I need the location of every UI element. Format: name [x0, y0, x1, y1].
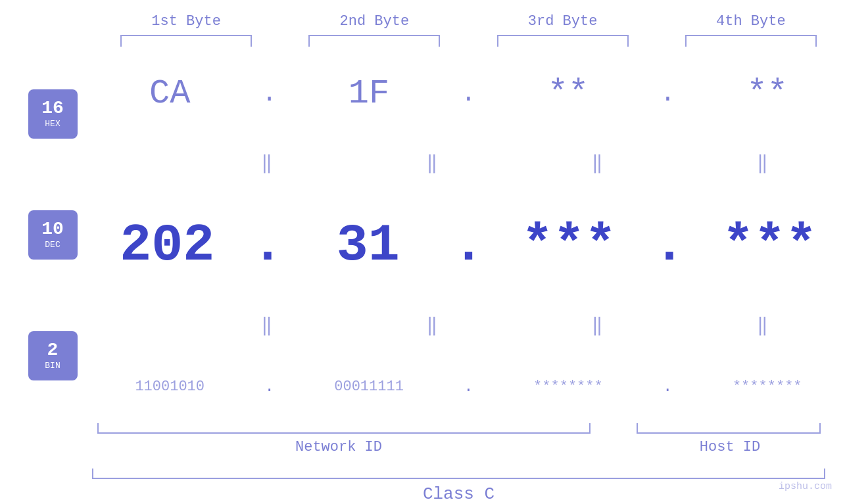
dec-byte4-value: *** [723, 216, 817, 275]
byte3-header: 3rd Byte [497, 13, 629, 30]
byte1-top-bracket [120, 35, 252, 47]
bottom-section: Network ID Host ID [0, 423, 845, 455]
network-id-label: Network ID [92, 439, 585, 455]
hex-byte4-cell: ** [702, 74, 833, 113]
host-id-bottom-bracket [637, 423, 821, 434]
network-id-bottom-bracket [97, 423, 591, 434]
dec-base: DEC [45, 240, 60, 250]
bin-byte1-value: 11001010 [135, 378, 205, 395]
bin-byte4-value: ******** [733, 378, 802, 395]
bracket-labels-row: Network ID Host ID [92, 434, 825, 455]
hex-byte4-value: ** [747, 74, 788, 113]
equals-row: ‖ ‖ ‖ ‖ [92, 155, 845, 173]
eq4b: ‖ [696, 317, 828, 336]
bin-byte4-cell: ******** [702, 378, 833, 395]
bin-dot3: . [658, 378, 677, 396]
bin-byte3-value: ******** [533, 378, 603, 395]
byte4-header: 4th Byte [685, 13, 817, 30]
eq2b: ‖ [366, 317, 498, 336]
dec-byte1-cell: 202 [101, 216, 233, 275]
dec-byte3-cell: *** [503, 216, 635, 275]
hex-label-box: 16 HEX [28, 89, 78, 139]
bin-byte2-cell: 00011111 [303, 378, 435, 395]
main-container: 1st Byte 2nd Byte 3rd Byte 4th Byte 16 H… [0, 0, 845, 504]
byte1-header: 1st Byte [120, 13, 252, 30]
watermark: ipshu.com [779, 481, 832, 492]
dec-dot3: . [654, 216, 685, 275]
full-bottom-bracket [92, 469, 825, 479]
byte2-header: 2nd Byte [308, 13, 440, 30]
dec-byte2-cell: 31 [302, 216, 434, 275]
equals-row2: ‖ ‖ ‖ ‖ [92, 317, 845, 336]
dec-byte3-value: *** [521, 216, 616, 275]
dec-num: 10 [41, 220, 64, 239]
hex-data-row: CA . 1F . ** . ** [92, 74, 845, 113]
bin-label-box: 2 BIN [28, 331, 78, 380]
dec-label-box: 10 DEC [28, 210, 78, 260]
full-bracket-section: Class C [0, 469, 845, 504]
data-rows: CA . 1F . ** . ** ‖ ‖ ‖ ‖ [92, 47, 845, 423]
eq1: ‖ [201, 155, 333, 173]
bin-byte1-cell: 11001010 [104, 378, 235, 395]
bin-dot2: . [458, 378, 478, 396]
bin-base: BIN [45, 361, 60, 371]
byte-headers-row: 1st Byte 2nd Byte 3rd Byte 4th Byte [0, 0, 845, 30]
eq1b: ‖ [201, 317, 333, 336]
hex-num: 16 [41, 99, 64, 118]
dec-data-row: 202 . 31 . *** . *** [92, 216, 845, 275]
dec-byte1-value: 202 [120, 216, 214, 275]
hex-byte1-cell: CA [104, 74, 235, 113]
eq2: ‖ [366, 155, 498, 173]
bin-byte2-value: 00011111 [334, 378, 404, 395]
byte4-top-bracket [685, 35, 817, 47]
byte3-top-bracket [497, 35, 629, 47]
labels-column: 16 HEX 10 DEC 2 BIN [13, 47, 92, 423]
hex-byte2-cell: 1F [303, 74, 435, 113]
hex-dot2: . [458, 80, 478, 108]
byte2-top-bracket [308, 35, 440, 47]
hex-dot3: . [658, 80, 677, 108]
hex-byte3-cell: ** [502, 74, 634, 113]
hex-byte3-value: ** [548, 74, 589, 113]
dec-byte2-value: 31 [337, 216, 400, 275]
bottom-brackets-row [92, 423, 825, 434]
hex-byte1-value: CA [149, 74, 190, 113]
hex-base: HEX [45, 119, 60, 129]
bracket-spacer [600, 423, 627, 434]
bin-data-row: 11001010 . 00011111 . ******** . *******… [92, 378, 845, 396]
bin-byte3-cell: ******** [502, 378, 634, 395]
dec-byte4-cell: *** [704, 216, 836, 275]
hex-byte2-value: 1F [349, 74, 389, 113]
class-label: Class C [92, 479, 825, 504]
dec-dot1: . [252, 216, 283, 275]
bin-num: 2 [47, 341, 59, 359]
top-brackets-row [0, 35, 845, 47]
eq4: ‖ [696, 155, 828, 173]
eq3b: ‖ [531, 317, 663, 336]
hex-dot1: . [260, 80, 279, 108]
bin-dot1: . [260, 378, 279, 396]
eq3: ‖ [531, 155, 663, 173]
content-area: 16 HEX 10 DEC 2 BIN CA . 1F [0, 47, 845, 423]
host-id-label: Host ID [638, 439, 822, 455]
dec-dot2: . [452, 216, 484, 275]
